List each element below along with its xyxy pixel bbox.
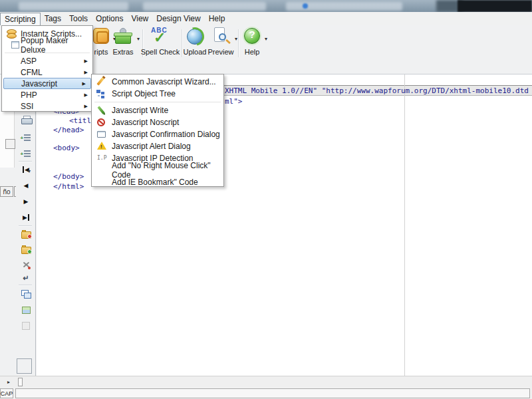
code-html-fragment: ml"> bbox=[225, 97, 243, 106]
menu-help[interactable]: Help bbox=[205, 13, 229, 25]
next-icon: ▶ bbox=[24, 199, 29, 205]
menu-item-add-no-right-mouse-click-code[interactable]: Add "No Right Mouse Click" Code bbox=[92, 164, 223, 176]
menu-item-javascript-noscript[interactable]: Javascript Noscript bbox=[92, 116, 223, 128]
ip-detection-icon: I.P bbox=[97, 155, 106, 161]
menu-item-script-object-tree[interactable]: Script Object Tree bbox=[92, 88, 223, 100]
menu-bar: Scripting Tags Tools Options View Design… bbox=[0, 12, 532, 25]
menu-item-add-ie-bookmark-code[interactable]: Add IE Bookmark" Code bbox=[92, 176, 223, 188]
menu-item-label: Javascript Alert Dialog bbox=[112, 142, 191, 151]
layers-icon bbox=[22, 307, 31, 314]
blurred-tab bbox=[143, 2, 266, 11]
nav-first-button[interactable]: ◀ bbox=[18, 163, 34, 176]
menu-item-label: SSI bbox=[21, 102, 33, 111]
submenu-arrow-icon: ▶ bbox=[84, 59, 88, 64]
javascript-submenu: Common Javascript Wizard... Script Objec… bbox=[91, 74, 224, 187]
menu-item-label: Javascript Noscript bbox=[112, 118, 179, 127]
scroll-right-icon[interactable]: ▸ bbox=[7, 379, 10, 385]
extras-button-label: Extras bbox=[112, 48, 133, 56]
print-button[interactable] bbox=[18, 113, 34, 126]
spell-check-button-label: Spell Check bbox=[141, 48, 180, 56]
menu-item-popup-maker[interactable]: Popup Maker Deluxe bbox=[2, 39, 92, 51]
menu-item-javascript-write[interactable]: Javascript Write bbox=[92, 104, 223, 116]
menu-item-label: Javascript Confirmation Dialog bbox=[112, 130, 220, 139]
confirmation-dialog-icon bbox=[97, 131, 106, 138]
layers-button[interactable] bbox=[18, 303, 34, 317]
left-panel-button[interactable] bbox=[5, 139, 15, 149]
scripting-menu: Instantz Scripts... Popup Maker Deluxe A… bbox=[1, 25, 93, 112]
blurred-dark-area bbox=[458, 0, 532, 12]
list-format-button[interactable] bbox=[18, 146, 34, 160]
menu-view[interactable]: View bbox=[127, 13, 152, 25]
popup-maker-icon bbox=[11, 41, 19, 49]
code-doctype-fragment: XHTML Mobile 1.0//EN" "http://www.wapfor… bbox=[225, 86, 529, 95]
preview-button[interactable]: ▾ Preview bbox=[205, 27, 236, 60]
empty-toolbar-slot bbox=[17, 358, 32, 374]
right-margin-line bbox=[404, 74, 405, 376]
last-icon: ▶ bbox=[23, 215, 29, 221]
wizard-icon bbox=[96, 77, 104, 86]
menu-item-asp[interactable]: ASP ▶ bbox=[2, 55, 92, 66]
chevron-down-icon[interactable]: ▾ bbox=[235, 36, 237, 42]
object-tree-icon bbox=[96, 88, 106, 99]
menu-tags[interactable]: Tags bbox=[41, 13, 65, 25]
menu-item-label: Add IE Bookmark" Code bbox=[112, 178, 198, 187]
disabled-square-icon bbox=[22, 322, 30, 330]
nav-previous-button[interactable]: ◀ bbox=[18, 179, 34, 192]
menu-design-view[interactable]: Design View bbox=[152, 13, 204, 25]
cut-button[interactable] bbox=[18, 258, 34, 271]
upload-button[interactable]: Upload bbox=[182, 27, 208, 60]
menu-item-javascript-alert-dialog[interactable]: Javascript Alert Dialog bbox=[92, 140, 223, 152]
chevron-down-icon[interactable]: ▾ bbox=[137, 36, 140, 42]
app-window: Scripting Tags Tools Options View Design… bbox=[0, 0, 532, 399]
code-line: </body> bbox=[53, 172, 84, 181]
menu-item-label: CFML bbox=[21, 68, 43, 77]
menu-tools[interactable]: Tools bbox=[65, 13, 92, 25]
blurred-favicon bbox=[303, 3, 308, 9]
folder-add-button[interactable] bbox=[18, 243, 34, 256]
chevron-down-icon[interactable]: ▾ bbox=[265, 36, 267, 42]
copy-windows-button[interactable] bbox=[18, 287, 34, 301]
folder-add-icon bbox=[21, 245, 31, 253]
chevron-down-icon[interactable]: ▾ bbox=[28, 168, 31, 174]
menu-item-label: PHP bbox=[21, 90, 37, 100]
submenu-arrow-icon: ▶ bbox=[84, 70, 88, 75]
help-button[interactable]: ? ▾ Help bbox=[239, 27, 265, 60]
extras-button[interactable]: ▾ Extras bbox=[106, 27, 140, 60]
separator bbox=[19, 285, 32, 285]
spell-check-icon: ABC ✓ bbox=[150, 27, 170, 47]
menu-item-label: Common Javascript Wizard... bbox=[112, 77, 216, 86]
folder-remove-button[interactable] bbox=[18, 227, 34, 241]
nav-next-button[interactable]: ▶ bbox=[18, 195, 34, 208]
menu-item-javascript-confirmation-dialog[interactable]: Javascript Confirmation Dialog bbox=[92, 128, 223, 140]
previous-icon: ◀ bbox=[24, 183, 29, 189]
preview-button-label: Preview bbox=[207, 48, 233, 56]
horizontal-scrollbar[interactable]: ▸ bbox=[0, 376, 532, 387]
toolbar-separator bbox=[238, 29, 239, 57]
menu-item-label: ASP bbox=[21, 57, 37, 66]
status-bar: CAP bbox=[0, 387, 532, 399]
menu-item-common-javascript-wizard[interactable]: Common Javascript Wizard... bbox=[92, 76, 223, 88]
scissors-icon bbox=[22, 261, 31, 269]
menu-scripting[interactable]: Scripting bbox=[0, 13, 41, 25]
return-button[interactable]: ↵ bbox=[18, 271, 34, 285]
menu-options[interactable]: Options bbox=[92, 13, 127, 25]
menu-item-javascript[interactable]: Javascript ▶ bbox=[3, 78, 91, 89]
scrollbar-thumb[interactable] bbox=[18, 378, 23, 386]
nav-last-button[interactable]: ▶ bbox=[18, 211, 34, 224]
instantz-scripts-icon bbox=[6, 29, 17, 39]
menu-item-label: Javascript Write bbox=[112, 106, 168, 115]
menu-item-cfml[interactable]: CFML ▶ bbox=[2, 66, 92, 78]
menu-item-php[interactable]: PHP ▶ bbox=[2, 89, 92, 100]
upload-button-label: Upload bbox=[184, 48, 207, 56]
separator bbox=[19, 225, 32, 226]
spell-check-button[interactable]: ABC ✓ Spell Check bbox=[141, 27, 180, 60]
caps-lock-indicator: CAP bbox=[0, 388, 13, 398]
menu-item-label: Popup Maker Deluxe bbox=[21, 36, 92, 55]
list-format-button[interactable] bbox=[18, 130, 34, 144]
printer-icon bbox=[21, 116, 31, 124]
preview-icon bbox=[211, 27, 231, 47]
code-line: </html> bbox=[53, 182, 84, 191]
code-line: <body> bbox=[53, 144, 80, 152]
menu-item-ssi[interactable]: SSI ▶ bbox=[2, 100, 92, 112]
left-panel-tab[interactable]: ño bbox=[0, 186, 13, 197]
